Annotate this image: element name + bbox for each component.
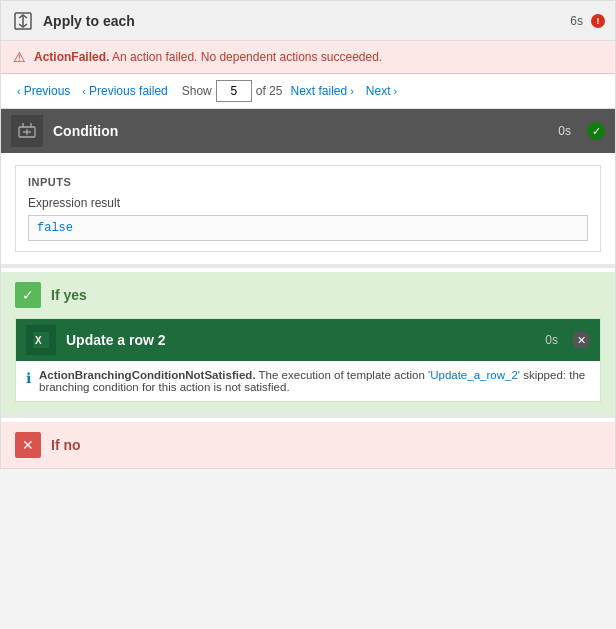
next-chevron-icon: › bbox=[394, 85, 398, 97]
update-row-link[interactable]: 'Update_a_row_2' bbox=[428, 369, 520, 381]
condition-title: Condition bbox=[53, 123, 548, 139]
update-row-section: X Update a row 2 0s ✕ ℹ ActionBranchingC… bbox=[1, 318, 615, 414]
condition-icon bbox=[11, 115, 43, 147]
next-failed-button[interactable]: Next failed › bbox=[286, 82, 357, 100]
condition-time: 0s bbox=[558, 124, 571, 138]
condition-header: Condition 0s ✓ bbox=[1, 109, 615, 153]
update-row-card: X Update a row 2 0s ✕ ℹ ActionBranchingC… bbox=[15, 318, 601, 402]
separator-1 bbox=[1, 264, 615, 268]
svg-text:X: X bbox=[35, 335, 42, 346]
update-row-info: ℹ ActionBranchingConditionNotSatisfied. … bbox=[16, 361, 600, 401]
update-row-info-text: ActionBranchingConditionNotSatisfied. Th… bbox=[39, 369, 590, 393]
previous-failed-button[interactable]: ‹ Previous failed bbox=[78, 82, 171, 100]
update-row-time: 0s bbox=[545, 333, 558, 347]
expression-label: Expression result bbox=[28, 196, 588, 210]
inputs-label: INPUTS bbox=[28, 176, 588, 188]
apply-to-each-header: Apply to each 6s ! bbox=[1, 1, 615, 41]
pagination-bar: ‹ Previous ‹ Previous failed Show of 25 … bbox=[1, 74, 615, 109]
error-banner: ⚠ ActionFailed. An action failed. No dep… bbox=[1, 41, 615, 74]
inputs-section: INPUTS Expression result false bbox=[15, 165, 601, 252]
if-no-header: ✕ If no bbox=[1, 422, 615, 468]
if-yes-header: ✓ If yes bbox=[1, 272, 615, 318]
next-failed-chevron-icon: › bbox=[350, 85, 354, 97]
previous-button[interactable]: ‹ Previous bbox=[13, 82, 74, 100]
loop-icon bbox=[11, 9, 35, 33]
if-no-title: If no bbox=[51, 437, 81, 453]
update-row-title: Update a row 2 bbox=[66, 332, 535, 348]
update-row-header: X Update a row 2 0s ✕ bbox=[16, 319, 600, 361]
error-indicator: ! bbox=[591, 14, 605, 28]
info-icon: ℹ bbox=[26, 370, 31, 386]
of-label: of 25 bbox=[256, 84, 283, 98]
next-button[interactable]: Next › bbox=[362, 82, 401, 100]
main-container: Apply to each 6s ! ⚠ ActionFailed. An ac… bbox=[0, 0, 616, 469]
if-no-x-icon: ✕ bbox=[15, 432, 41, 458]
error-message: ActionFailed. An action failed. No depen… bbox=[34, 50, 382, 64]
prev-failed-chevron-icon: ‹ bbox=[82, 85, 86, 97]
update-row-skipped-icon: ✕ bbox=[572, 331, 590, 349]
condition-success-icon: ✓ bbox=[587, 122, 605, 140]
prev-chevron-icon: ‹ bbox=[17, 85, 21, 97]
header-time: 6s bbox=[570, 14, 583, 28]
show-label: Show bbox=[182, 84, 212, 98]
expression-value: false bbox=[28, 215, 588, 241]
if-yes-check-icon: ✓ bbox=[15, 282, 41, 308]
warning-icon: ⚠ bbox=[13, 49, 26, 65]
excel-icon: X bbox=[26, 325, 56, 355]
header-title: Apply to each bbox=[43, 13, 570, 29]
if-yes-title: If yes bbox=[51, 287, 87, 303]
separator-2 bbox=[1, 414, 615, 418]
show-input[interactable] bbox=[216, 80, 252, 102]
